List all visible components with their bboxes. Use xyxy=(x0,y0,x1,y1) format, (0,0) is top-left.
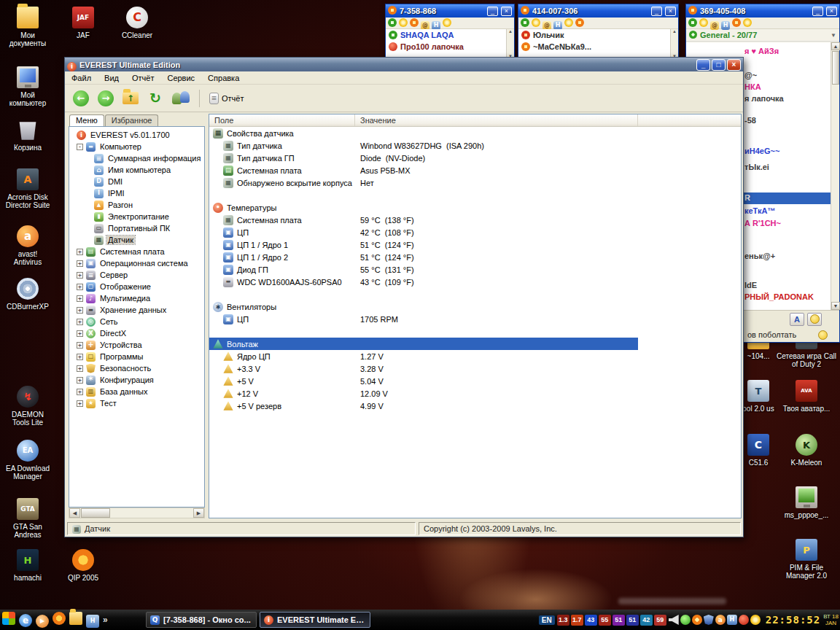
tray-avast-mini[interactable]: a xyxy=(715,615,726,625)
toolbar-button-5[interactable] xyxy=(743,17,752,30)
qip2-scrollbar[interactable]: ▲▼ xyxy=(670,29,678,58)
tree-item-8[interactable]: ▭Портативный ПК xyxy=(69,222,204,234)
tray-monitor-value-2[interactable]: 43 xyxy=(585,615,597,626)
chat-user-6[interactable]: тЫк.еi xyxy=(744,163,769,171)
column-header-1[interactable]: Значение xyxy=(355,114,638,126)
quicklaunch-win[interactable] xyxy=(2,612,15,628)
tray-dot-red[interactable] xyxy=(739,615,749,625)
taskbar-task-0[interactable]: Q[7-358-868] - Окно со... xyxy=(146,612,257,628)
sensor-row-11[interactable]: ▣Диод ГП55 °C (131 °F) xyxy=(209,263,741,276)
desktop-icon-left-10[interactable]: GTAGTA San Andreas xyxy=(4,497,51,539)
sensor-row-22[interactable]: +5 V резерв4.99 V xyxy=(209,400,741,412)
qip1-titlebar[interactable]: 7-358-868 _ × xyxy=(386,4,514,18)
tree-item-22[interactable]: +▥База данных xyxy=(69,386,204,397)
toolbar-back-button[interactable]: ← xyxy=(71,89,91,108)
toolbar-button-5[interactable] xyxy=(575,17,584,30)
sensor-row-9[interactable]: ▣ЦП 1 / Ядро 151 °C (124 °F) xyxy=(209,238,741,251)
tree-expander[interactable]: + xyxy=(77,284,83,290)
tray-shield-blue[interactable] xyxy=(704,615,714,625)
toolbar-button-3[interactable]: @ xyxy=(421,17,429,30)
contact-1[interactable]: ~МаСеNЬКа9... xyxy=(518,41,678,52)
close-button[interactable]: × xyxy=(727,59,741,71)
emoticon-button[interactable] xyxy=(807,313,822,326)
tree-item-11[interactable]: +▣Операционная система xyxy=(69,257,204,269)
qip1-scrollbar[interactable]: ▲▼ xyxy=(506,29,514,58)
panel-tab-1[interactable]: Избранное xyxy=(105,114,159,126)
tray-monitor-value-0[interactable]: 1.3 xyxy=(557,615,569,626)
chat-user-2[interactable]: НКА xyxy=(744,82,761,91)
tree-expander[interactable]: + xyxy=(77,389,83,395)
tree-item-17[interactable]: +XDirectX xyxy=(69,327,204,339)
scroll-up-icon[interactable]: ▲ xyxy=(831,42,840,50)
tray-clock[interactable]: 22:58:52 ВТ 18 JAN xyxy=(766,613,839,626)
desktop-icon-right-7[interactable]: PPIM & File Manager 2.0 xyxy=(776,538,837,580)
quicklaunch-letter[interactable]: H xyxy=(86,612,99,628)
sensor-row-7[interactable]: ▦Системная плата59 °C (138 °F) xyxy=(209,214,741,226)
chat-user-4[interactable]: -58 xyxy=(744,116,756,125)
tree-item-13[interactable]: +▢Отображение xyxy=(69,281,204,292)
toolbar-button-4[interactable]: H xyxy=(432,17,440,30)
desktop-icon-left-12[interactable]: QIP 2005 xyxy=(60,548,106,582)
desktop-icon-left-9[interactable]: EAEA Download Manager xyxy=(4,439,51,481)
toolbar-users-button[interactable] xyxy=(170,90,192,107)
sensor-row-20[interactable]: +5 V5.04 V xyxy=(209,375,741,387)
menu-item-3[interactable]: Сервис xyxy=(160,72,201,84)
qip1-close-button[interactable]: × xyxy=(501,7,512,16)
panel-tab-0[interactable]: Меню xyxy=(69,114,104,126)
toolbar-button-0[interactable] xyxy=(688,17,697,30)
tray-speaker[interactable] xyxy=(669,615,679,625)
tree-item-20[interactable]: +Безопасность xyxy=(69,362,204,374)
qip2-close-button[interactable]: × xyxy=(665,7,676,16)
menu-item-0[interactable]: Файл xyxy=(65,72,98,84)
chat-user-5[interactable]: иH4eG~~ xyxy=(744,147,779,155)
desktop-icon-left-0[interactable]: Мои документы xyxy=(4,6,51,47)
tree-item-0[interactable]: iEVEREST v5.01.1700 xyxy=(69,129,204,141)
tree-expander[interactable]: + xyxy=(77,365,83,372)
sensor-row-17[interactable]: Вольтаж xyxy=(209,338,741,350)
toolbar-refresh-button[interactable]: ↻ xyxy=(145,89,166,108)
toolbar-button-1[interactable] xyxy=(699,17,708,30)
chat-user-1[interactable]: @~ xyxy=(744,71,757,79)
desktop-icon-left-4[interactable]: Корзина xyxy=(4,118,51,152)
tree-expander[interactable]: + xyxy=(77,249,83,255)
sensor-row-4[interactable]: ▦Обнаружено вскрытие корпусаНет xyxy=(209,176,741,189)
menu-item-4[interactable]: Справка xyxy=(201,72,246,84)
tree-item-5[interactable]: IIPMI xyxy=(69,187,204,199)
scroll-up-icon[interactable]: ▲ xyxy=(672,29,677,34)
toolbar-report-button[interactable]: ≡Отчёт xyxy=(207,91,246,106)
tray-sun[interactable] xyxy=(750,615,761,625)
sensor-row-10[interactable]: ▣ЦП 1 / Ядро 251 °C (124 °F) xyxy=(209,251,741,263)
tray-monitor-value-5[interactable]: 51 xyxy=(626,615,639,626)
toolbar-button-5[interactable] xyxy=(443,17,451,30)
chat-user-10[interactable]: еньк@+ xyxy=(744,252,775,260)
quicklaunch-wmp[interactable]: ▶ xyxy=(36,612,49,628)
toolbar-button-0[interactable] xyxy=(521,17,529,30)
tree-expander[interactable]: + xyxy=(77,354,83,360)
tree-item-3[interactable]: ⌂Имя компьютера xyxy=(69,164,204,176)
tray-monitor-value-4[interactable]: 51 xyxy=(612,615,625,626)
tree-item-18[interactable]: ++Устройства xyxy=(69,339,204,351)
desktop-icon-right-3[interactable]: AVAТвоя аватар... xyxy=(776,379,837,413)
desktop-icon-right-2[interactable]: Tool 2.0 us xyxy=(739,379,777,413)
tray-monitor-value-7[interactable]: 59 xyxy=(654,615,666,626)
tray-monitor-value-6[interactable]: 42 xyxy=(640,615,653,626)
toolbar-button-3[interactable]: H xyxy=(553,17,562,30)
tree-item-12[interactable]: +≡Сервер xyxy=(69,269,204,281)
tree-item-19[interactable]: +□Программы xyxy=(69,351,204,362)
smiley-icon[interactable] xyxy=(818,330,828,340)
chat-user-11[interactable]: ldE xyxy=(744,281,757,289)
chat-user-0[interactable]: я ♥ АйЗя xyxy=(744,47,779,55)
scroll-left-icon[interactable]: ◀ xyxy=(69,508,80,518)
tree-expander[interactable]: + xyxy=(77,342,83,349)
sensor-row-12[interactable]: ▬WDC WD1600AAJS-60PSA043 °C (109 °F) xyxy=(209,276,741,288)
quicklaunch-qip[interactable] xyxy=(52,612,66,628)
horizontal-scrollbar[interactable]: ◀ ▶ xyxy=(69,508,205,518)
tray-monitor-value-3[interactable]: 55 xyxy=(599,615,611,626)
tree-expander[interactable]: - xyxy=(77,144,83,150)
chat-user-7[interactable]: R xyxy=(744,193,750,202)
chat-user-12[interactable]: РНЫЙ_PADONAK xyxy=(744,292,814,301)
toolbar-button-2[interactable]: @ xyxy=(710,17,719,30)
tree-item-1[interactable]: -▬Компьютер xyxy=(69,141,204,152)
tree-item-15[interactable]: +▬Хранение данных xyxy=(69,304,204,316)
qip3-titlebar[interactable]: 369-405-408 _ × xyxy=(686,4,839,18)
